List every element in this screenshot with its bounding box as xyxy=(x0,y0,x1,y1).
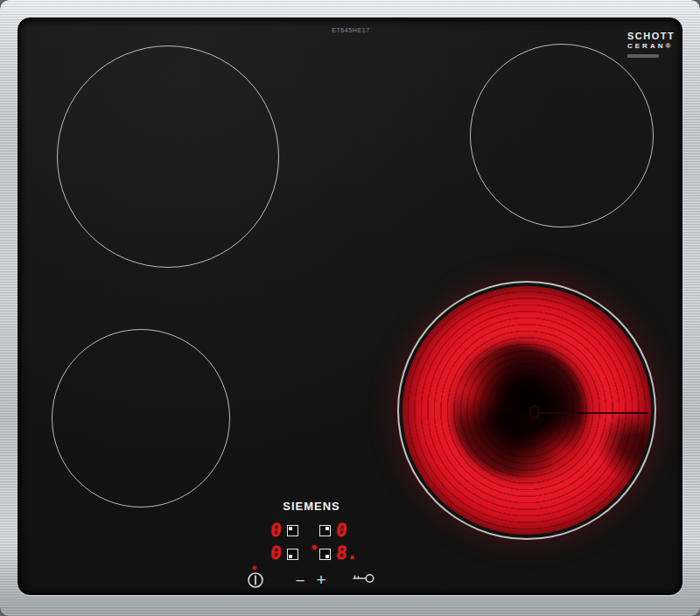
zone-display-front-right: 8. xyxy=(312,545,358,562)
decrease-button[interactable]: − xyxy=(290,570,310,590)
zone-position-dot xyxy=(326,527,329,530)
cooking-zone-rear-left xyxy=(57,46,279,268)
badge-fineprint-text xyxy=(627,54,659,58)
heat-level-value: 0 xyxy=(270,522,282,539)
badge-line2: CERAN® xyxy=(627,42,689,50)
increase-button[interactable]: + xyxy=(312,570,331,589)
hob-steel-frame: ET645HE17 SCHOTT CERAN® SIEMENS 0 0 xyxy=(0,0,700,616)
zone-position-dot xyxy=(326,555,329,558)
child-lock-button[interactable] xyxy=(350,570,376,586)
zone-indicator-square xyxy=(287,549,298,560)
thermal-sensor-loop xyxy=(529,405,540,419)
cooking-zone-rear-right xyxy=(470,44,654,228)
zone-position-dot xyxy=(289,527,292,530)
ceramic-glass-surface: ET645HE17 SCHOTT CERAN® SIEMENS 0 0 xyxy=(18,18,682,595)
plus-glyph: + xyxy=(316,571,326,588)
schott-ceran-badge: SCHOTT CERAN® xyxy=(627,31,689,58)
zone-indicator-square xyxy=(287,525,298,536)
minus-glyph: − xyxy=(295,572,304,589)
heat-level-value: 0 xyxy=(270,545,282,562)
heating-element-glow xyxy=(402,286,651,535)
badge-line1: SCHOTT xyxy=(627,31,689,41)
cooking-zone-front-left xyxy=(52,329,230,508)
zone-indicator-square xyxy=(319,549,331,560)
zone-display-rear-right: 0 xyxy=(319,522,347,539)
cooking-zone-front-right-active xyxy=(397,281,656,540)
zone-indicator-square xyxy=(319,525,331,536)
heat-level-value: 0 xyxy=(335,522,347,539)
power-icon xyxy=(247,571,264,589)
zone-display-front-left: 0 xyxy=(270,545,298,562)
brand-logo: SIEMENS xyxy=(224,500,399,513)
power-button[interactable] xyxy=(245,570,266,591)
heat-level-value: 8. xyxy=(335,545,359,562)
zone-position-dot xyxy=(289,555,292,558)
zone-display-cluster: 0 0 0 8. xyxy=(270,522,367,566)
model-label: ET645HE17 xyxy=(263,27,438,33)
selected-zone-led xyxy=(312,545,317,550)
key-icon xyxy=(351,572,375,584)
zone-display-rear-left: 0 xyxy=(270,522,298,539)
